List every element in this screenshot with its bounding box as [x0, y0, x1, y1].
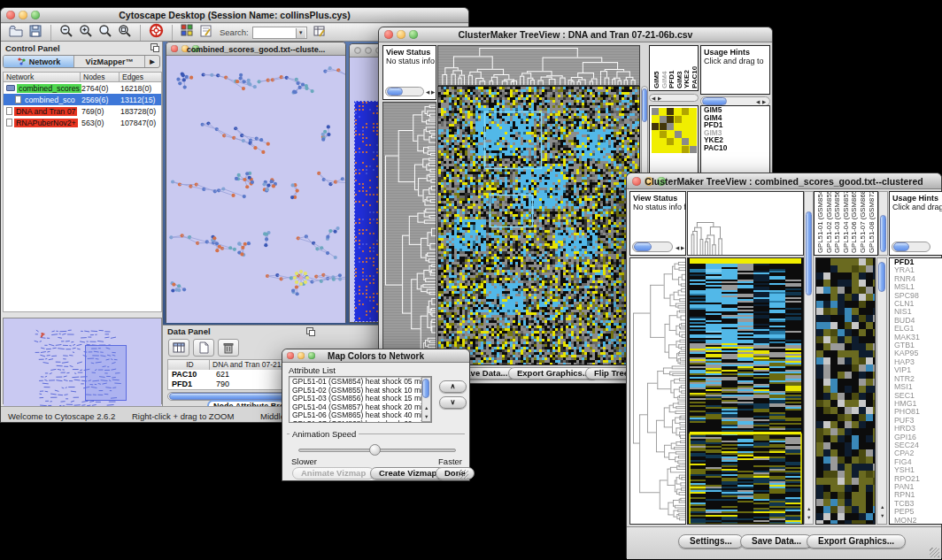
- tv1-row-dendrogram[interactable]: [382, 102, 436, 365]
- view-status-hscrollbar[interactable]: [632, 242, 673, 252]
- scroll-left-arrow[interactable]: ◀: [426, 89, 429, 95]
- matrix-cell[interactable]: [682, 108, 689, 115]
- matrix-cell[interactable]: [682, 138, 689, 145]
- matrix-cell[interactable]: [652, 123, 659, 130]
- search-input[interactable]: ▼: [252, 27, 307, 39]
- scrollbar-thumb[interactable]: [642, 88, 647, 122]
- dialog-titlebar[interactable]: Map Colors to Network: [282, 349, 469, 363]
- column-label[interactable]: GPL51-01 (GSM854): [816, 191, 824, 253]
- tv2-titlebar[interactable]: ClusterMaker TreeView : combined_scores_…: [627, 173, 941, 189]
- matrix-cell[interactable]: [682, 146, 689, 153]
- tv2-labels-vscrollbar[interactable]: [878, 191, 888, 256]
- float-panel-icon[interactable]: [151, 43, 158, 50]
- delete-attribute-icon[interactable]: [218, 339, 239, 357]
- scrollbar-thumb[interactable]: [893, 242, 909, 251]
- network1-titlebar[interactable]: combined_scores_good.txt--cluste...: [166, 42, 345, 56]
- vizmapper-icon[interactable]: [181, 24, 194, 41]
- network-list-row[interactable]: combined_sco2569(6)13112(15): [4, 94, 161, 105]
- network-graph-canvas[interactable]: [166, 57, 345, 323]
- scrollbar-thumb[interactable]: [878, 262, 885, 292]
- tab-more-button[interactable]: ▶: [145, 56, 159, 67]
- resize-grip[interactable]: [930, 548, 939, 557]
- tv2-heatmap[interactable]: [687, 257, 804, 525]
- attribute-listbox[interactable]: GPL51-01 (GSM854) heat shock 05 minGPL51…: [289, 376, 432, 423]
- create-vizmap-button[interactable]: Create Vizmap: [370, 467, 445, 479]
- gene-label[interactable]: MON2: [890, 517, 942, 525]
- tab-network[interactable]: Network: [4, 56, 74, 67]
- help-lifering-icon[interactable]: [149, 23, 164, 42]
- heatmap-canvas[interactable]: [438, 87, 639, 364]
- list-vscrollbar[interactable]: ▲ ▼: [421, 377, 431, 422]
- zoom-out-icon[interactable]: [59, 24, 73, 42]
- annotation-icon[interactable]: [199, 24, 213, 42]
- main-titlebar[interactable]: Cytoscape Desktop (Session Name: collins…: [1, 8, 468, 23]
- column-label[interactable]: GPL51-07 (GSM868): [859, 191, 867, 253]
- scroll-up-arrow[interactable]: ▲: [880, 504, 884, 510]
- tab-vizmapper[interactable]: VizMapper™: [74, 56, 145, 67]
- matrix-cell[interactable]: [667, 116, 674, 123]
- tv1-global-hscrollbar[interactable]: ◀ ▶: [649, 94, 699, 102]
- column-header-nodes[interactable]: Nodes: [81, 72, 120, 82]
- hints-hscrollbar[interactable]: [892, 242, 930, 252]
- network-list-row[interactable]: DNA and Tran 07769(0)183728(0): [4, 105, 161, 117]
- row-dendrogram-canvas[interactable]: [630, 258, 685, 524]
- zoom-fit-icon[interactable]: [98, 24, 112, 42]
- heatmap-canvas[interactable]: [688, 258, 803, 524]
- scroll-right-arrow[interactable]: ▶: [681, 245, 684, 250]
- tv1-heatmap[interactable]: [437, 86, 640, 365]
- scroll-left-arrow[interactable]: ◀: [652, 96, 655, 101]
- scrollbar-thumb[interactable]: [387, 88, 403, 96]
- tv2-row-dendrogram[interactable]: [629, 257, 686, 525]
- open-file-icon[interactable]: [9, 24, 23, 42]
- scrollbar-thumb[interactable]: [880, 215, 886, 252]
- zoom-in-icon[interactable]: [79, 24, 93, 42]
- birdseye-canvas[interactable]: [4, 318, 161, 414]
- done-button[interactable]: Done: [436, 467, 475, 479]
- tv2-col-dendrogram[interactable]: [687, 191, 804, 256]
- minimize-icon[interactable]: [365, 47, 372, 54]
- zoom-selected-icon[interactable]: [118, 24, 132, 42]
- scroll-right-arrow[interactable]: ▶: [431, 89, 435, 95]
- new-attribute-icon[interactable]: [193, 339, 214, 357]
- matrix-cell[interactable]: [675, 131, 682, 138]
- scrollbar-thumb[interactable]: [422, 379, 429, 398]
- scrollbar-thumb[interactable]: [806, 211, 812, 295]
- chevron-down-icon[interactable]: ▼: [296, 28, 305, 38]
- view-status-hscrollbar[interactable]: [385, 87, 424, 96]
- tv2-zoom-heatmap[interactable]: [815, 257, 876, 525]
- animate-vizmap-button[interactable]: Animate Vizmap: [292, 467, 374, 479]
- export-graphics-button[interactable]: Export Graphics...: [807, 534, 906, 548]
- select-attributes-icon[interactable]: [168, 339, 189, 357]
- close-icon[interactable]: [354, 47, 361, 54]
- attribute-list-item[interactable]: GPL51-07 (GSM868) heat shock 60 min: [290, 420, 421, 423]
- matrix-cell[interactable]: [667, 138, 674, 145]
- column-label[interactable]: GPL51-03 (GSM856): [833, 191, 841, 253]
- column-label[interactable]: PFD1: [668, 71, 676, 88]
- float-panel-icon[interactable]: [306, 327, 313, 334]
- column-label[interactable]: GIM5: [652, 71, 660, 88]
- row-label[interactable]: PAC10: [701, 144, 769, 152]
- tv1-titlebar[interactable]: ClusterMaker TreeView : DNA and Tran 07-…: [379, 27, 772, 42]
- matrix-cell[interactable]: [675, 116, 682, 123]
- table-edit-icon[interactable]: [313, 24, 327, 42]
- matrix-cell[interactable]: [652, 108, 659, 115]
- scroll-down-arrow[interactable]: ▼: [807, 515, 811, 520]
- network-list-row[interactable]: combined_scores2764(0)16218(0): [4, 82, 161, 94]
- save-icon[interactable]: [28, 24, 42, 42]
- matrix-cell[interactable]: [660, 131, 667, 138]
- tv1-col-dendrogram[interactable]: [437, 45, 640, 86]
- network-view-window-1[interactable]: combined_scores_good.txt--cluste...: [166, 42, 346, 323]
- column-label[interactable]: GPL51-08 (GSM872): [868, 191, 876, 253]
- scroll-right-arrow[interactable]: ▶: [658, 96, 661, 101]
- column-label[interactable]: GPL51-04 (GSM857): [842, 191, 850, 253]
- zoom-heatmap-canvas[interactable]: [816, 258, 875, 524]
- scroll-left-arrow[interactable]: ◀: [756, 99, 760, 104]
- tv2-zoom-vscrollbar[interactable]: ▲ ▼: [876, 257, 887, 525]
- similarity-matrix[interactable]: [652, 108, 697, 153]
- scrollbar-thumb[interactable]: [702, 97, 727, 105]
- scroll-up-arrow[interactable]: ▲: [807, 506, 811, 511]
- row-dendrogram-canvas[interactable]: [383, 103, 436, 364]
- birdseye-view[interactable]: [3, 318, 162, 404]
- move-down-button[interactable]: ∨: [439, 396, 467, 409]
- column-label[interactable]: GPL51-02 (GSM855): [825, 191, 833, 253]
